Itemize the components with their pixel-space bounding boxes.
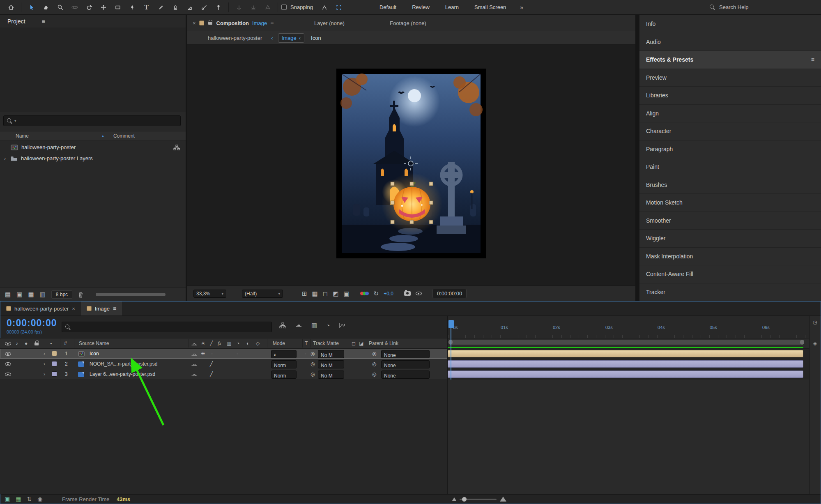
roto-brush-tool[interactable]: [197, 2, 211, 13]
shy-toggle-icon[interactable]: [191, 362, 198, 367]
label-column-icon[interactable]: ▪: [50, 341, 52, 346]
transfer-mode-icon[interactable]: ◪: [359, 341, 363, 346]
pickwhip-icon[interactable]: ◎: [310, 351, 315, 357]
timeline-search-input[interactable]: [62, 322, 272, 332]
playhead-handle[interactable]: [448, 320, 454, 328]
work-area-bar[interactable]: [448, 340, 804, 345]
project-item-folder[interactable]: › halloween-party-poster Layers: [0, 153, 186, 164]
project-column-headers[interactable]: Name ▲ Comment: [0, 131, 186, 141]
panel-menu-icon[interactable]: ≡: [270, 20, 274, 26]
shy-icon[interactable]: [295, 322, 302, 328]
pan-behind-tool[interactable]: [97, 2, 110, 13]
preserve-transparency-icon[interactable]: ◻: [352, 341, 356, 346]
mask-visibility-icon[interactable]: ▦: [312, 290, 318, 297]
panel-motion-sketch[interactable]: Motion Sketch: [639, 194, 821, 212]
circle-dot-icon[interactable]: ◉: [37, 496, 42, 502]
panel-info[interactable]: Info: [639, 15, 821, 33]
axis-mode-world-icon[interactable]: [246, 2, 260, 13]
column-parent-link[interactable]: Parent & Link: [369, 341, 398, 346]
zoom-slider[interactable]: [460, 499, 497, 500]
timeline-empty-track[interactable]: [448, 380, 809, 494]
project-search-input[interactable]: ▾: [3, 115, 181, 126]
snap-angle-icon[interactable]: [318, 2, 331, 13]
axis-mode-view-icon[interactable]: [261, 2, 274, 13]
zoom-out-mountain-icon[interactable]: [452, 497, 456, 501]
panel-menu-icon[interactable]: ≡: [113, 305, 116, 312]
layer-bar-row-1[interactable]: [448, 349, 803, 359]
preview-timecode[interactable]: 0:00:00:00: [432, 289, 467, 298]
panel-effects-presets[interactable]: Effects & Presets ≡: [639, 51, 821, 69]
quality-toggle-icon[interactable]: ╱: [210, 371, 213, 377]
lock-column-icon[interactable]: [34, 343, 39, 345]
resolution-dropdown[interactable]: (Half) ▾: [242, 290, 283, 298]
column-divider[interactable]: [109, 131, 109, 140]
show-channel-icon[interactable]: [360, 292, 369, 295]
panel-wiggler[interactable]: Wiggler: [639, 230, 821, 248]
eraser-tool[interactable]: [183, 2, 196, 13]
layer-row-3[interactable]: › 3 Layer 6...een-party-poster.psd ╱ Nor…: [0, 369, 448, 380]
puppet-pin-tool[interactable]: [212, 2, 225, 13]
panel-libraries[interactable]: Libraries: [639, 87, 821, 105]
column-name[interactable]: Name: [16, 133, 29, 139]
playhead-line[interactable]: [451, 327, 451, 380]
layer-label-color[interactable]: [52, 361, 57, 366]
column-track-matte[interactable]: Track Matte: [313, 341, 339, 346]
quality-toggle[interactable]: -: [211, 351, 213, 357]
zoom-tool[interactable]: [53, 2, 67, 13]
visibility-eye-icon[interactable]: [5, 373, 11, 376]
breadcrumb-precomp[interactable]: Image ‹: [278, 33, 304, 43]
solo-column-icon[interactable]: ●: [25, 341, 28, 346]
layer-row-1[interactable]: › 1 Icon ✳ - - - ▾ - ◎ No M ▾ ◎ None ▾: [0, 349, 448, 359]
timeline-divider[interactable]: [447, 316, 448, 494]
workspace-review[interactable]: Review: [405, 4, 437, 10]
pickwhip-icon[interactable]: ◎: [310, 371, 315, 377]
zoom-in-mountain-icon[interactable]: [500, 497, 506, 502]
panel-character[interactable]: Character: [639, 122, 821, 140]
project-settings-icon[interactable]: ▥: [40, 291, 46, 298]
expand-chevron-icon[interactable]: ›: [44, 371, 45, 377]
current-timecode[interactable]: 0:00:00:00: [7, 318, 57, 329]
motion-blur-icon[interactable]: ◔: [326, 322, 330, 329]
trash-icon[interactable]: [78, 292, 83, 298]
workspace-small-screen[interactable]: Small Screen: [467, 4, 513, 10]
parent-pickwhip-icon[interactable]: ◎: [372, 371, 376, 377]
video-column-icon[interactable]: [5, 342, 11, 345]
quality-toggle-icon[interactable]: ╱: [210, 361, 213, 367]
parent-pickwhip-icon[interactable]: ◎: [372, 361, 376, 367]
project-item-composition[interactable]: halloween-party-poster: [0, 142, 186, 153]
parent-dropdown[interactable]: None ▾: [381, 350, 430, 358]
search-help-field[interactable]: Search Help: [694, 2, 817, 12]
visibility-eye-icon[interactable]: [5, 352, 11, 356]
layer-row-2[interactable]: › 2 NOOR_SA...n-party-poster.psd ╱ Norm …: [0, 359, 448, 369]
new-folder-icon[interactable]: ▣: [16, 291, 22, 298]
panel-preview[interactable]: Preview: [639, 69, 821, 87]
reset-exposure-icon[interactable]: ↻: [374, 290, 379, 297]
axis-mode-local-icon[interactable]: [232, 2, 246, 13]
workspace-learn[interactable]: Learn: [438, 4, 466, 10]
layer-name[interactable]: Layer 6...een-party-poster.psd: [90, 371, 155, 377]
column-t[interactable]: T: [305, 341, 308, 346]
pickwhip-icon[interactable]: ◎: [310, 361, 315, 367]
comp-marker-icon[interactable]: ◷: [810, 319, 821, 325]
column-comment[interactable]: Comment: [113, 133, 135, 139]
hand-tool[interactable]: [39, 2, 53, 13]
tab-composition[interactable]: Composition: [216, 20, 249, 26]
comp-button-icon[interactable]: ◈: [810, 340, 821, 346]
fx-icon[interactable]: fx: [218, 341, 221, 347]
stacked-squares-icon[interactable]: ▦: [16, 496, 21, 502]
exposure-value[interactable]: +0,0: [384, 291, 393, 297]
timeline-tab-comp[interactable]: halloween-party-poster ×: [0, 301, 81, 315]
frame-blend-icon[interactable]: ▥: [311, 322, 317, 329]
track-matte-dropdown[interactable]: No M ▾: [318, 350, 344, 358]
audio-column-icon[interactable]: ♪: [16, 341, 18, 346]
blend-mode-dropdown[interactable]: Norm ▾: [271, 360, 297, 368]
panel-mask-interpolation[interactable]: Mask Interpolation: [639, 248, 821, 266]
column-mode[interactable]: Mode: [273, 341, 285, 346]
layer-label-color[interactable]: [52, 351, 57, 356]
collapse-toggle-icon[interactable]: ✳: [201, 351, 205, 357]
zoom-slider-thumb[interactable]: [462, 497, 467, 502]
shy-switch-icon[interactable]: [191, 341, 198, 347]
snapping-checkbox[interactable]: [281, 5, 287, 10]
visibility-eye-icon[interactable]: [5, 362, 11, 366]
layer-bar-row-2[interactable]: [448, 359, 803, 369]
